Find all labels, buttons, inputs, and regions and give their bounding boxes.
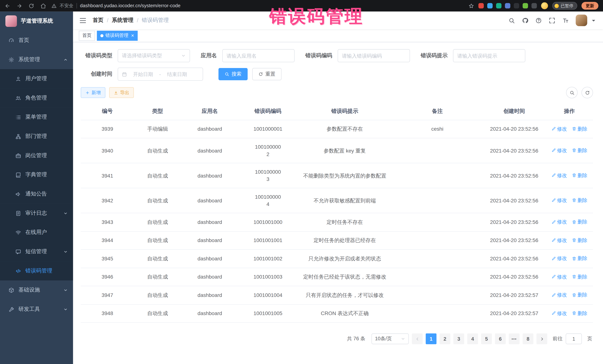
tag-label: 首页 (82, 32, 92, 39)
sidebar-logo[interactable]: 芋道管理系统 (0, 11, 73, 31)
delete-link[interactable]: 删除 (572, 218, 587, 225)
home-icon[interactable] (40, 3, 46, 9)
sidebar-item-notice[interactable]: 通知公告 (0, 184, 73, 204)
sidebar-item-infra[interactable]: 基础设施 (0, 280, 73, 300)
sidebar-item-online-user[interactable]: 在线用户 (0, 223, 73, 242)
start-date-input[interactable] (129, 71, 157, 77)
cell-hint: 定时任务不存在 (297, 213, 392, 231)
error-type-select[interactable]: 请选择错误码类型 (118, 49, 190, 62)
delete-link[interactable]: 删除 (572, 309, 587, 317)
breadcrumb-home[interactable]: 首页 (93, 17, 104, 24)
delete-link[interactable]: 删除 (572, 291, 587, 298)
tag-home[interactable]: 首页 (79, 31, 95, 41)
forward-icon[interactable] (16, 3, 22, 9)
address-bar[interactable]: 不安全 dashboard.yudao.iocoder.cn/system/er… (52, 2, 463, 9)
refresh-icon (585, 90, 590, 95)
trash-icon (572, 292, 576, 297)
browser-profile-avatar[interactable] (541, 2, 548, 9)
add-button[interactable]: 新增 (81, 87, 105, 98)
edit-link[interactable]: 修改 (551, 309, 567, 317)
edit-link-label: 修改 (557, 197, 567, 204)
page-button-3[interactable]: 3 (453, 333, 464, 344)
sidebar-item-user[interactable]: 用户管理 (0, 69, 73, 88)
page-button-8[interactable]: 8 (523, 333, 533, 344)
sidebar-item-system[interactable]: 系统管理 (0, 50, 73, 69)
sidebar-item-menu[interactable]: 菜单管理 (0, 108, 73, 127)
edit-link[interactable]: 修改 (551, 197, 567, 204)
hamburger-icon[interactable] (79, 17, 86, 24)
reset-button[interactable]: 重置 (252, 68, 282, 80)
avatar-caret-down-icon[interactable] (590, 17, 597, 23)
sidebar-item-sms[interactable]: 短信管理 (0, 242, 73, 261)
edit-link[interactable]: 修改 (551, 255, 567, 262)
cell-operations: 修改删除 (546, 304, 593, 322)
more-pages-button[interactable]: ••• (509, 333, 520, 344)
red-record-ext-icon[interactable] (478, 3, 484, 9)
edit-link[interactable]: 修改 (551, 273, 567, 280)
bookmark-star-icon[interactable] (468, 3, 474, 9)
address-divider (76, 3, 77, 9)
delete-link[interactable]: 删除 (572, 125, 587, 132)
delete-link[interactable]: 删除 (572, 273, 587, 280)
edit-link[interactable]: 修改 (551, 125, 567, 132)
edit-link[interactable]: 修改 (551, 147, 567, 154)
error-code-input[interactable] (342, 53, 406, 59)
sidebar-item-error-code[interactable]: 错误码管理 (0, 261, 73, 280)
sidebar-item-dev-tools[interactable]: 研发工具 (0, 300, 73, 319)
sidebar-item-post[interactable]: 岗位管理 (0, 146, 73, 165)
paused-badge[interactable]: 已暂停 (552, 2, 577, 10)
dark-tab-ext-icon[interactable] (514, 3, 519, 9)
sidebar-item-role[interactable]: 角色管理 (0, 88, 73, 108)
error-hint-input[interactable] (457, 53, 521, 59)
delete-link[interactable]: 删除 (572, 147, 587, 154)
help-icon[interactable] (535, 17, 542, 23)
edit-link[interactable]: 修改 (551, 172, 567, 179)
github-icon[interactable] (522, 17, 528, 23)
page-button-2[interactable]: 2 (440, 333, 450, 344)
app-name-input[interactable] (227, 53, 290, 59)
reload-icon[interactable] (28, 3, 34, 9)
search-icon[interactable] (508, 17, 515, 23)
page-button-6[interactable]: 6 (495, 333, 506, 344)
edit-link[interactable]: 修改 (551, 291, 567, 298)
search-button[interactable]: 搜索 (218, 68, 248, 80)
delete-link[interactable]: 删除 (572, 236, 587, 244)
sidebar-item-dict[interactable]: 字典管理 (0, 165, 73, 184)
edit-link[interactable]: 修改 (551, 236, 567, 244)
page-button-5[interactable]: 5 (481, 333, 492, 344)
delete-link[interactable]: 删除 (572, 197, 587, 204)
delete-link[interactable]: 删除 (572, 255, 587, 262)
font-size-icon[interactable] (562, 17, 569, 23)
end-date-input[interactable] (163, 71, 191, 77)
next-page-button[interactable] (536, 333, 547, 344)
grid-ext-icon[interactable] (505, 3, 510, 9)
edit-link[interactable]: 修改 (551, 218, 567, 225)
fullscreen-icon[interactable] (549, 17, 555, 23)
tag-close-icon[interactable]: × (131, 33, 134, 38)
puzzle-ext-icon[interactable] (531, 3, 537, 9)
prev-page-button[interactable] (412, 333, 423, 344)
export-button[interactable]: 导出 (109, 87, 134, 98)
breadcrumb-system[interactable]: 系统管理 (112, 17, 133, 24)
sidebar-item-label: 用户管理 (25, 75, 47, 82)
user-avatar[interactable] (576, 15, 587, 26)
page-button-1[interactable]: 1 (426, 333, 436, 344)
table-header-row: 编号 类型 应用名 错误码编码 错误码提示 备注 创建时间 操作 (81, 103, 593, 120)
cell-id: 3941 (81, 163, 134, 188)
sidebar-item-home[interactable]: 首页 (0, 31, 73, 50)
delete-link[interactable]: 删除 (572, 172, 587, 179)
goto-page-input[interactable] (566, 333, 582, 344)
blue-drop-ext-icon[interactable] (487, 3, 493, 9)
toggle-search-button[interactable] (566, 87, 578, 98)
page-size-select[interactable]: 10条/页 (371, 333, 409, 344)
page-button-4[interactable]: 4 (467, 333, 478, 344)
date-range-picker[interactable]: - (118, 68, 203, 81)
green-badge-ext-icon[interactable] (496, 3, 501, 9)
back-icon[interactable] (5, 3, 10, 9)
browser-update-button[interactable]: 更新 (581, 2, 598, 10)
sidebar-item-dept[interactable]: 部门管理 (0, 127, 73, 146)
sidebar-item-audit-log[interactable]: 审计日志 (0, 204, 73, 223)
refresh-table-button[interactable] (581, 87, 593, 98)
tag-error-code[interactable]: 错误码管理 × (97, 31, 138, 41)
leaf-ext-icon[interactable] (523, 3, 528, 9)
